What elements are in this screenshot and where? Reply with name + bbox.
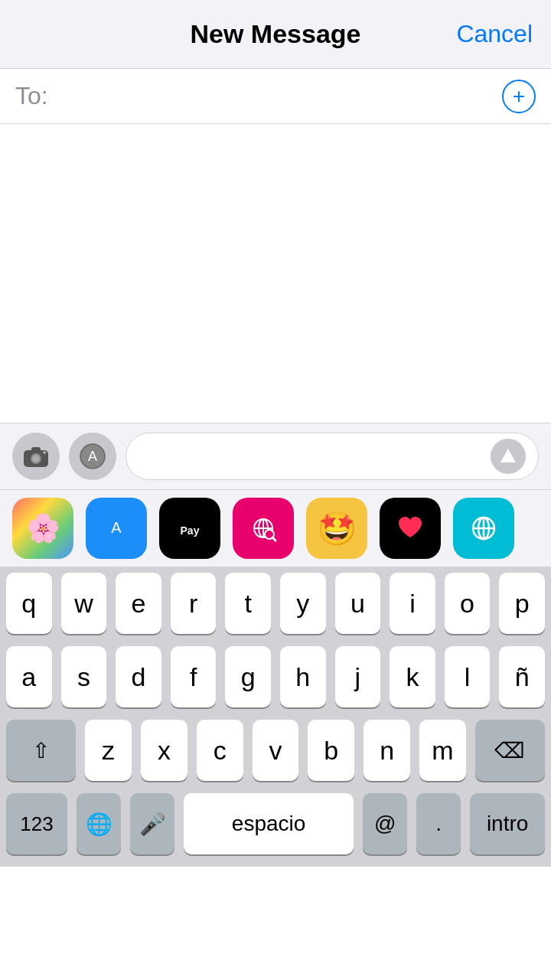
at-key[interactable]: @ xyxy=(363,793,407,854)
keyboard-row-2: a s d f g h j k l ñ xyxy=(0,640,551,714)
key-i[interactable]: i xyxy=(390,573,435,634)
memoji-app-icon[interactable]: 🤩 xyxy=(306,498,367,559)
svg-text:Pay: Pay xyxy=(181,524,200,537)
plus-icon: + xyxy=(513,84,525,109)
search-globe-app-icon[interactable] xyxy=(233,498,294,559)
dot-key[interactable]: . xyxy=(416,793,461,854)
key-q[interactable]: q xyxy=(6,573,52,634)
key-b[interactable]: b xyxy=(308,720,354,781)
keyboard: q w e r t y u i o p a s d f g h j k l ñ … xyxy=(0,567,551,867)
svg-text:A: A xyxy=(88,449,97,464)
key-k[interactable]: k xyxy=(390,646,435,707)
memoji-icon-glyph: 🤩 xyxy=(317,510,357,547)
key-j[interactable]: j xyxy=(335,646,381,707)
key-s[interactable]: s xyxy=(61,646,107,707)
space-label: espacio xyxy=(232,812,306,836)
heart-icon xyxy=(393,511,428,546)
key-w[interactable]: w xyxy=(61,573,107,634)
key-y[interactable]: y xyxy=(280,573,326,634)
message-text-input[interactable] xyxy=(139,444,491,469)
svg-rect-3 xyxy=(31,447,41,452)
delete-key[interactable]: ⌫ xyxy=(475,720,545,781)
to-label: To: xyxy=(15,82,48,110)
app-strip: 🌸 A Pay 🤩 xyxy=(0,489,551,567)
heart-app-icon[interactable] xyxy=(380,498,441,559)
svg-point-2 xyxy=(32,455,40,462)
camera-button[interactable] xyxy=(12,433,60,480)
to-input[interactable] xyxy=(54,82,502,110)
message-body-area xyxy=(0,124,551,423)
key-v[interactable]: v xyxy=(253,720,299,781)
add-recipient-button[interactable]: + xyxy=(502,80,536,113)
delete-icon: ⌫ xyxy=(494,738,525,763)
key-g[interactable]: g xyxy=(225,646,271,707)
applepay-icon: Pay xyxy=(167,505,213,551)
more-app-glyph xyxy=(467,511,500,545)
apps-icon: A xyxy=(79,443,106,470)
apps-button[interactable]: A xyxy=(69,433,116,480)
photos-icon-glyph: 🌸 xyxy=(26,512,60,544)
key-a[interactable]: a xyxy=(6,646,52,707)
imessage-toolbar: A xyxy=(0,423,551,489)
applepay-app-icon[interactable]: Pay xyxy=(159,498,220,559)
key-z[interactable]: z xyxy=(85,720,132,781)
camera-icon xyxy=(24,446,48,467)
dot-label: . xyxy=(435,812,442,836)
key-l[interactable]: l xyxy=(445,646,491,707)
key-h[interactable]: h xyxy=(280,646,326,707)
message-input-bar[interactable] xyxy=(126,433,539,480)
key-n[interactable]: n xyxy=(364,720,410,781)
photos-app-icon[interactable]: 🌸 xyxy=(12,498,73,559)
search-globe-icon xyxy=(246,511,280,545)
numbers-label: 123 xyxy=(20,812,53,836)
send-arrow-icon xyxy=(500,449,516,462)
navigation-header: New Message Cancel xyxy=(0,0,551,69)
keyboard-row-1: q w e r t y u i o p xyxy=(0,567,551,640)
svg-point-4 xyxy=(43,451,46,454)
numbers-key[interactable]: 123 xyxy=(6,793,67,854)
key-e[interactable]: e xyxy=(116,573,161,634)
globe-icon: 🌐 xyxy=(86,812,112,837)
key-t[interactable]: t xyxy=(225,573,271,634)
space-key[interactable]: espacio xyxy=(184,793,354,854)
mic-icon: 🎤 xyxy=(139,812,166,837)
mic-key[interactable]: 🎤 xyxy=(130,793,174,854)
key-ntilde[interactable]: ñ xyxy=(499,646,545,707)
at-label: @ xyxy=(374,812,396,836)
key-o[interactable]: o xyxy=(445,573,491,634)
key-r[interactable]: r xyxy=(171,573,217,634)
send-button[interactable] xyxy=(491,439,526,474)
return-key[interactable]: intro xyxy=(470,793,545,854)
svg-text:A: A xyxy=(111,519,122,536)
key-p[interactable]: p xyxy=(499,573,545,634)
return-label: intro xyxy=(487,812,528,836)
shift-key[interactable]: ⇧ xyxy=(6,720,76,781)
appstore-app-icon[interactable]: A xyxy=(86,498,147,559)
key-x[interactable]: x xyxy=(141,720,187,781)
key-d[interactable]: d xyxy=(116,646,161,707)
key-c[interactable]: c xyxy=(197,720,243,781)
more-app-icon[interactable] xyxy=(453,498,514,559)
keyboard-row-bottom: 123 🌐 🎤 espacio @ . intro xyxy=(0,787,551,867)
cancel-button[interactable]: Cancel xyxy=(456,20,533,48)
key-u[interactable]: u xyxy=(335,573,381,634)
page-title: New Message xyxy=(191,19,361,49)
keyboard-row-3: ⇧ z x c v b n m ⌫ xyxy=(0,714,551,787)
to-field-row: To: + xyxy=(0,69,551,124)
key-m[interactable]: m xyxy=(419,720,466,781)
shift-icon: ⇧ xyxy=(32,738,50,763)
globe-key[interactable]: 🌐 xyxy=(77,793,121,854)
appstore-icon: A xyxy=(99,511,133,545)
key-f[interactable]: f xyxy=(171,646,217,707)
